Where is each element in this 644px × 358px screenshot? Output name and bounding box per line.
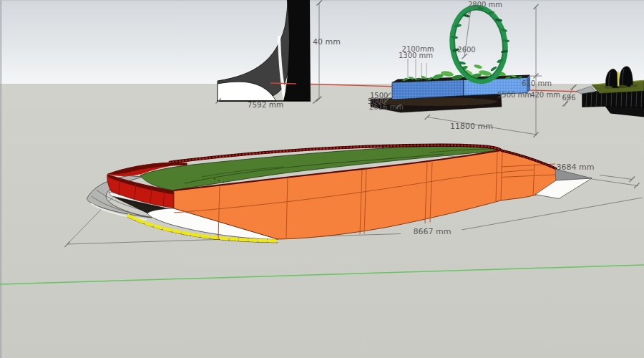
rockbed-grass-tuft [630, 84, 638, 87]
dim-planter-length[interactable]: 5500 mm [497, 91, 532, 99]
dim-sculpture-height[interactable]: 2800 mm [468, 1, 502, 9]
dim-sculpture-loop[interactable]: 2600 [457, 46, 475, 54]
dim-planter-side[interactable]: 420 mm [530, 91, 560, 99]
dim-planter-b[interactable]: 1300 mm [399, 52, 433, 59]
dim-platform-depth[interactable]: 3684 mm [557, 163, 595, 172]
rockbed-grass-tuft [604, 86, 613, 89]
dim-planter-height[interactable]: 620 mm [522, 79, 552, 87]
dim-platform-length[interactable]: 8667 mm [414, 227, 452, 236]
dim-planter-total[interactable]: 11800 mm [450, 122, 493, 131]
scene-canvas[interactable]: 40 mm 7592 mm 2800 mm 2600 2100mm 1300 m… [0, 0, 644, 358]
dim-planter-e[interactable]: 2616 mm [369, 103, 404, 111]
dim-tower-height[interactable]: 40 mm [313, 37, 341, 47]
dim-tower-length[interactable]: 7592 mm [248, 100, 284, 109]
rockbed-grass-tuft [618, 85, 628, 88]
grass-dot [223, 182, 224, 183]
3d-viewport[interactable]: 40 mm 7592 mm 2800 mm 2600 2100mm 1300 m… [0, 0, 644, 358]
dim-rockbed[interactable]: 696 [562, 94, 575, 102]
viewport-left-edge [0, 0, 2, 358]
grass-dot [214, 178, 215, 180]
grass-dot [218, 180, 220, 181]
